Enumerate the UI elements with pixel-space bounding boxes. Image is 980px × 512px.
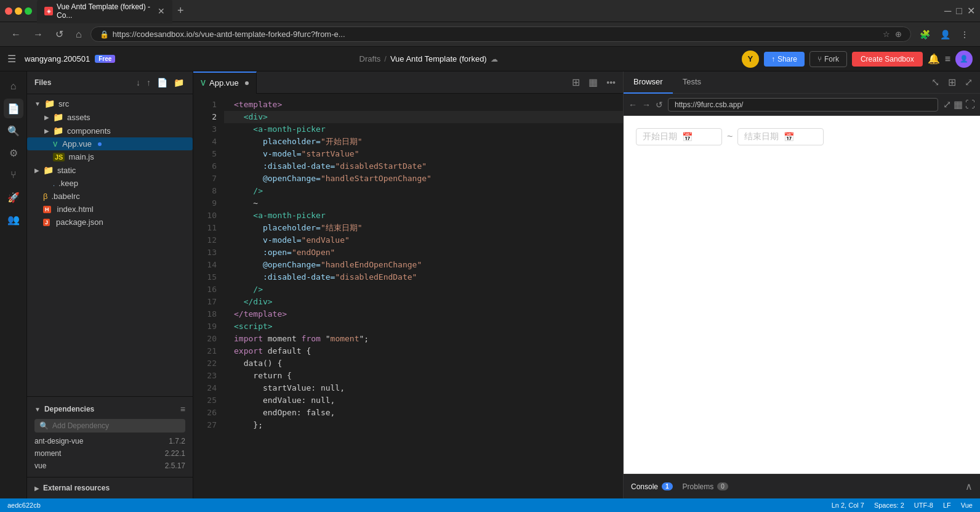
forward-btn[interactable]: → (30, 26, 47, 43)
code-token: from (302, 333, 321, 345)
preview-back-btn[interactable]: ← (629, 100, 637, 110)
list-item[interactable]: ▶ V App.vue (27, 137, 193, 150)
new-file-btn[interactable]: 📄 (156, 76, 169, 89)
more-btn[interactable]: ⋮ (957, 27, 973, 42)
preview-expand-icon[interactable]: ⤡ (929, 74, 942, 91)
problems-tab[interactable]: Problems 0 (683, 482, 728, 491)
code-token: </template> (234, 308, 287, 320)
preview-layout-btn[interactable]: ▦ (954, 99, 963, 110)
list-item[interactable]: ▶ β .babelrc (27, 190, 193, 203)
preview-content: 开始日期 📅 ~ 结束日期 📅 (624, 116, 980, 474)
download-btn[interactable]: ↓ (135, 76, 142, 89)
home-btn[interactable]: ⌂ (72, 26, 86, 43)
browser-maximize-btn[interactable] (25, 7, 32, 15)
hamburger-icon[interactable]: ☰ (7, 53, 16, 65)
extensions-btn[interactable]: 🧩 (916, 27, 934, 42)
layout-toggle-1[interactable]: ⊞ (569, 75, 582, 89)
dep-list-btn[interactable]: ≡ (180, 404, 185, 414)
tab-title: Vue Antd Template (forked) - Co... (57, 2, 154, 20)
code-content[interactable]: <template> <div> <a-month-picker placeho… (224, 94, 623, 498)
code-token: <div> (234, 111, 268, 123)
fork-button[interactable]: ⑂ Fork (809, 51, 847, 67)
new-tab-btn[interactable]: + (175, 2, 187, 20)
file-panel-title: Files (34, 78, 51, 87)
list-item[interactable]: ▶ 📁 assets (27, 110, 193, 124)
create-sandbox-button[interactable]: Create Sandbox (852, 52, 923, 67)
window-close-btn[interactable]: ✕ (967, 5, 975, 17)
line-num: 21 (198, 345, 217, 357)
back-btn[interactable]: ← (7, 26, 25, 43)
browser-close-btn[interactable] (5, 7, 12, 15)
profile-btn[interactable]: 👤 (936, 27, 954, 42)
end-date-placeholder: 结束日期 (744, 131, 779, 142)
preview-fullscreen-btn[interactable]: ⛶ (965, 99, 975, 110)
editor-more-btn[interactable]: ••• (604, 76, 618, 89)
list-item[interactable]: moment 2.22.1 (27, 447, 193, 460)
header-menu-icon[interactable]: ≡ (945, 54, 950, 65)
list-item[interactable]: ▶ J package.json (27, 216, 193, 229)
preview-reload-btn[interactable]: ↺ (656, 100, 663, 110)
status-git-branch[interactable]: aedc622cb (7, 502, 41, 509)
start-date-input[interactable]: 开始日期 📅 (636, 128, 722, 145)
browser-controls (5, 7, 32, 15)
console-close-btn[interactable]: ∧ (965, 481, 973, 492)
share-icon: ↑ (771, 55, 775, 63)
list-item[interactable]: ant-design-vue 1.7.2 (27, 435, 193, 447)
share-button[interactable]: ↑ Share (764, 52, 805, 67)
code-token: "结束日期" (321, 222, 363, 234)
status-line-ending[interactable]: LF (943, 502, 951, 509)
external-resources-header[interactable]: ▶ External resources (27, 481, 193, 495)
tab-app-vue[interactable]: V App.vue (193, 71, 257, 94)
list-item[interactable]: ▶ H index.html (27, 203, 193, 216)
sidebar-home-icon[interactable]: ⌂ (4, 76, 23, 96)
list-item[interactable]: ▶ 📁 static (27, 163, 193, 177)
browser-tab-active[interactable]: ◈ Vue Antd Template (forked) - Co... ✕ (37, 0, 172, 23)
list-item[interactable]: ▼ 📁 src (27, 97, 193, 110)
preview-split-icon[interactable]: ⊞ (946, 74, 958, 91)
window-minimize-btn[interactable]: ─ (944, 6, 951, 17)
code-token: startValue: null, (234, 382, 345, 394)
sidebar-deploy-icon[interactable]: 🚀 (4, 187, 23, 207)
list-item[interactable]: ▶ JS main.js (27, 150, 193, 163)
list-item[interactable]: ▶ 📁 components (27, 124, 193, 137)
bell-icon[interactable]: 🔔 (928, 53, 940, 65)
file-panel-actions: ↓ ↑ 📄 📁 (135, 76, 185, 89)
console-tab[interactable]: Console 1 (631, 482, 673, 491)
sidebar-search-icon[interactable]: 🔍 (4, 121, 23, 140)
end-date-input[interactable]: 结束日期 📅 (737, 128, 824, 145)
tab-close-btn[interactable]: ✕ (158, 6, 165, 16)
line-num: 25 (198, 394, 217, 407)
code-token: }; (234, 419, 263, 431)
layout-toggle-2[interactable]: ▦ (586, 75, 600, 89)
preview-url-input[interactable] (668, 98, 938, 112)
window-restore-btn[interactable]: □ (956, 6, 962, 17)
sidebar-settings-icon[interactable]: ⚙ (4, 143, 23, 163)
preview-more-icon[interactable]: ⤢ (962, 74, 975, 91)
browser-minimize-btn[interactable] (15, 7, 22, 15)
status-ln-col[interactable]: Ln 2, Col 7 (832, 502, 864, 509)
y-avatar[interactable]: Y (742, 51, 759, 68)
upload-btn[interactable]: ↑ (145, 76, 152, 89)
status-language[interactable]: Vue (961, 502, 973, 509)
list-item[interactable]: vue 2.5.17 (27, 460, 193, 472)
new-folder-btn[interactable]: 📁 (172, 76, 185, 89)
address-bar[interactable]: 🔒 https://codesandbox.io/s/vue-antd-temp… (90, 26, 911, 42)
dep-search-input[interactable] (52, 421, 180, 430)
tab-tests[interactable]: Tests (673, 71, 711, 94)
list-item[interactable]: ▶ . .keep (27, 177, 193, 190)
user-avatar[interactable]: 👤 (955, 51, 973, 68)
status-encoding[interactable]: UTF-8 (914, 502, 933, 509)
sidebar-team-icon[interactable]: 👥 (4, 209, 23, 229)
preview-open-new-btn[interactable]: ⤢ (943, 99, 951, 110)
reload-btn[interactable]: ↺ (52, 26, 67, 43)
dependencies-header[interactable]: ▼ Dependencies ≡ (27, 402, 193, 417)
sidebar-files-icon[interactable]: 📄 (4, 99, 23, 118)
app-root: ◈ Vue Antd Template (forked) - Co... ✕ +… (0, 0, 980, 512)
tests-tab-label: Tests (683, 77, 701, 86)
sidebar-git-icon[interactable]: ⑂ (4, 165, 23, 185)
tab-browser[interactable]: Browser (624, 71, 673, 94)
status-spaces[interactable]: Spaces: 2 (874, 502, 904, 509)
code-line: v-model="endValue" (224, 234, 623, 246)
code-token: <script> (234, 320, 273, 333)
preview-forward-btn[interactable]: → (642, 100, 651, 110)
